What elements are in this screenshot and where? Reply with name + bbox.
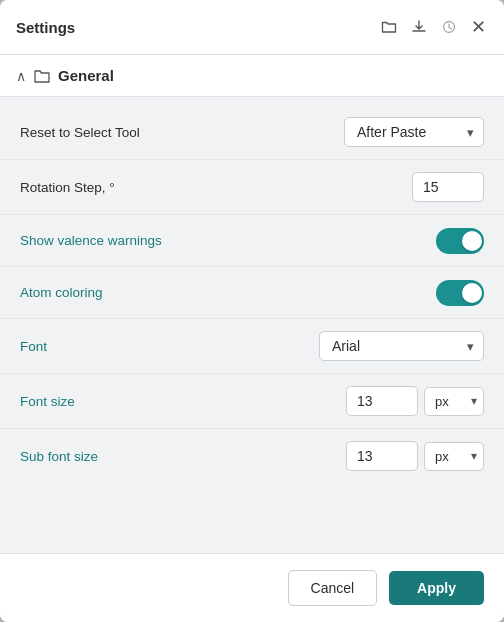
download-icon <box>411 19 427 35</box>
label-atom-coloring: Atom coloring <box>20 285 103 300</box>
setting-row-rotation-step: Rotation Step, ° <box>0 160 504 215</box>
px-wrapper-font-size: px pt em <box>424 387 484 416</box>
folder-icon-btn[interactable] <box>379 17 399 37</box>
toggle-slider-show-valence-warnings <box>436 228 484 254</box>
control-reset-to-select-tool: After Paste Never Always <box>344 117 484 147</box>
setting-row-show-valence-warnings: Show valence warnings <box>0 215 504 267</box>
select-unit-sub-font-size[interactable]: px pt em <box>424 442 484 471</box>
apply-button[interactable]: Apply <box>389 571 484 605</box>
label-font: Font <box>20 339 47 354</box>
cancel-button[interactable]: Cancel <box>288 570 378 606</box>
label-show-valence-warnings: Show valence warnings <box>20 233 162 248</box>
title-bar: Settings ✕ <box>0 0 504 55</box>
label-font-size: Font size <box>20 394 75 409</box>
dropdown-wrapper-font: Arial Helvetica Times New Roman Courier <box>319 331 484 361</box>
folder-icon <box>381 19 397 35</box>
section-collapse-btn[interactable]: ∧ <box>16 68 26 84</box>
setting-row-reset-to-select-tool: Reset to Select Tool After Paste Never A… <box>0 105 504 160</box>
px-wrapper-sub-font-size: px pt em <box>424 442 484 471</box>
setting-row-atom-coloring: Atom coloring <box>0 267 504 319</box>
control-sub-font-size: px pt em <box>346 441 484 471</box>
footer: Cancel Apply <box>0 553 504 622</box>
control-rotation-step <box>412 172 484 202</box>
history-icon <box>441 19 457 35</box>
label-rotation-step: Rotation Step, ° <box>20 180 115 195</box>
select-reset-to-select-tool[interactable]: After Paste Never Always <box>344 117 484 147</box>
section-title: General <box>58 67 114 84</box>
control-atom-coloring <box>436 280 484 306</box>
toggle-show-valence-warnings[interactable] <box>436 228 484 254</box>
folder-section-icon <box>34 69 50 83</box>
settings-content: Reset to Select Tool After Paste Never A… <box>0 97 504 553</box>
setting-row-font: Font Arial Helvetica Times New Roman Cou… <box>0 319 504 374</box>
select-unit-font-size[interactable]: px pt em <box>424 387 484 416</box>
control-font-size: px pt em <box>346 386 484 416</box>
label-reset-to-select-tool: Reset to Select Tool <box>20 125 140 140</box>
dropdown-wrapper-reset: After Paste Never Always <box>344 117 484 147</box>
toggle-slider-atom-coloring <box>436 280 484 306</box>
input-rotation-step[interactable] <box>412 172 484 202</box>
control-show-valence-warnings <box>436 228 484 254</box>
control-font: Arial Helvetica Times New Roman Courier <box>319 331 484 361</box>
dialog-title: Settings <box>16 19 371 36</box>
section-header: ∧ General <box>0 55 504 97</box>
input-font-size[interactable] <box>346 386 418 416</box>
input-sub-font-size[interactable] <box>346 441 418 471</box>
download-icon-btn[interactable] <box>409 17 429 37</box>
toggle-atom-coloring[interactable] <box>436 280 484 306</box>
history-icon-btn[interactable] <box>439 17 459 37</box>
select-font[interactable]: Arial Helvetica Times New Roman Courier <box>319 331 484 361</box>
settings-dialog: Settings ✕ ∧ <box>0 0 504 622</box>
label-sub-font-size: Sub font size <box>20 449 98 464</box>
setting-row-sub-font-size: Sub font size px pt em <box>0 429 504 483</box>
title-bar-icons: ✕ <box>379 14 488 40</box>
close-button[interactable]: ✕ <box>469 14 488 40</box>
setting-row-font-size: Font size px pt em <box>0 374 504 429</box>
